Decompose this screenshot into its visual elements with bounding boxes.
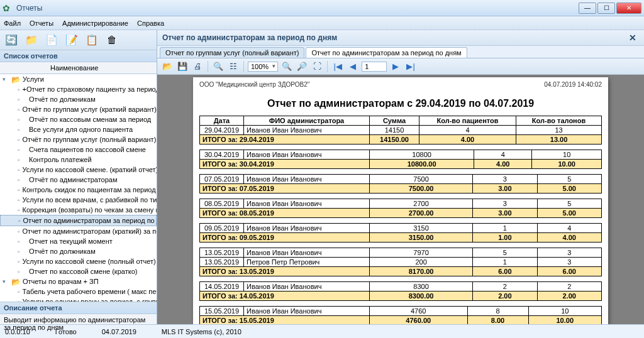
report-subtable: 30.04.2019Иванов Иван Иванович10800410ИТ… [199, 150, 602, 169]
doc-icon: ▫ [18, 268, 26, 275]
first-page-icon[interactable]: |◀ [331, 60, 344, 73]
status-date: 04.07.2019 [102, 328, 136, 335]
doc-icon: ▫ [18, 237, 26, 245]
description-title: Описание отчета [0, 302, 157, 314]
tree-item[interactable]: ▫Отчёт по кассовым сменам за период [0, 114, 157, 124]
zoom-select[interactable]: 100% [248, 62, 278, 72]
table-row: 13.05.2019Петров Петр Петрович20013 [200, 258, 602, 267]
report-subtable: 09.05.2019Иванов Иван Иванович315014ИТОГ… [199, 223, 602, 243]
report-tabs: Отчет по группам услуг (полный вариант)О… [157, 46, 644, 58]
table-row: 07.05.2019Иванов Иван Иванович750035 [200, 175, 602, 184]
report-pane: Отчет по администраторам за период по дн… [157, 30, 644, 324]
save-icon[interactable]: 💾 [176, 60, 189, 73]
table-row: 09.05.2019Иванов Иван Иванович315014 [200, 224, 602, 233]
description-body: Выводит информацию по администраторам за… [0, 314, 157, 324]
tree-icon[interactable]: ☷ [227, 60, 240, 73]
doc-icon: ▫ [18, 176, 26, 183]
total-row: ИТОГО за: 07.05.20197500.003.005.00 [200, 184, 602, 194]
tree-label: Отчёт по должникам [29, 247, 96, 256]
last-page-icon[interactable]: ▶| [404, 60, 417, 73]
doc-icon: ▫ [18, 106, 20, 113]
tree-item[interactable]: ▫Контроль скидок по пациентам за период [0, 185, 157, 195]
doc-icon: ▫ [18, 126, 26, 133]
folder-icon: 📂 [11, 278, 20, 285]
tree-label: Отчёт по группам услуг (полный вариант).… [23, 135, 157, 144]
tree-item[interactable]: ▫Табель учета рабочего времени ( макс пе… [0, 286, 157, 297]
open-icon[interactable]: 📂 [161, 60, 174, 73]
total-row: ИТОГО за: 30.04.201910800.004.0010.00 [200, 160, 602, 169]
tree-item[interactable]: ▫Отчет по администраторам за период по д… [0, 215, 157, 226]
report-close-icon[interactable]: ✕ [626, 33, 639, 43]
tree-item[interactable]: ▫Отчёт по должникам [0, 94, 157, 104]
report-subtable: 15.05.2019Иванов Иван Иванович4760810ИТО… [199, 306, 602, 324]
report-subtable: 08.05.2019Иванов Иван Иванович270035ИТОГ… [199, 199, 602, 218]
menu-reports[interactable]: Отчеты [30, 19, 53, 27]
delete-button[interactable]: 🗑 [103, 32, 121, 48]
left-panel: 🔄 📁 📄 📝 📋 🗑 Список отчетов Наименование … [0, 30, 157, 324]
close-button[interactable]: ✕ [616, 3, 641, 14]
tree-item[interactable]: ▫Услуги по кассовой смене. (краткий отче… [0, 165, 157, 175]
tree-item[interactable]: ▫Коррекция (возвраты) по чекам за смену … [0, 205, 157, 215]
maximize-button[interactable]: ☐ [597, 3, 615, 14]
folder-icon: 📂 [11, 75, 20, 83]
tree-item[interactable]: ▫Контроль платежей [0, 155, 157, 165]
tree-item[interactable]: ▫Отчёт по группам услуг (полный вариант)… [0, 134, 157, 144]
menubar: Файл Отчеты Администрирование Справка [0, 16, 644, 30]
doc-icon: ▫ [18, 206, 20, 214]
prev-page-icon[interactable]: ◀ [347, 60, 359, 73]
table-row: 15.05.2019Иванов Иван Иванович4760810 [200, 307, 602, 316]
tree-label: Отчёт по кассовым сменам за период [29, 115, 151, 124]
expand-icon[interactable]: ▾ [3, 277, 9, 286]
add-folder-button[interactable]: 📁 [23, 32, 40, 48]
tree-folder[interactable]: ▾📂Услуги [0, 74, 157, 84]
doc-icon: ▫ [18, 196, 20, 204]
zoom-out-icon[interactable]: 🔍 [280, 60, 293, 73]
tree-item[interactable]: ▫Отчет по администраторам (краткий) за п… [0, 226, 157, 236]
org-name: ООО "Медицинский центр ЗДОРОВ2" [199, 81, 309, 88]
menu-help[interactable]: Справка [137, 19, 164, 27]
edit-button[interactable]: 📝 [63, 32, 80, 48]
zoom-in-icon[interactable]: 🔎 [296, 60, 308, 73]
left-toolbar: 🔄 📁 📄 📝 📋 🗑 [0, 30, 157, 50]
doc-icon: ▫ [18, 217, 21, 224]
find-icon[interactable]: 🔍 [212, 60, 225, 73]
expand-icon[interactable]: ▾ [3, 75, 9, 84]
add-report-button[interactable]: 📄 [43, 32, 60, 48]
next-page-icon[interactable]: ▶ [389, 60, 402, 73]
doc-icon: ▫ [18, 136, 20, 143]
tree-folder[interactable]: ▾📂Отчеты по врачам + ЗП [0, 276, 157, 286]
status-copyright: MLS IT Systems (c), 2010 [162, 328, 242, 335]
menu-file[interactable]: Файл [4, 19, 21, 27]
total-row: ИТОГО за: 14.05.20198300.002.002.00 [200, 292, 602, 301]
report-tree[interactable]: ▾📂Услуги▫+Отчет по страховому пациенту з… [0, 74, 157, 302]
tree-item[interactable]: ▫Услуги по одному врачу за период, с гру… [0, 297, 157, 302]
minimize-button[interactable]: — [579, 3, 596, 14]
fit-icon[interactable]: ⛶ [311, 60, 323, 73]
tree-item[interactable]: ▫+Отчет по страховому пациенту за период [0, 84, 157, 94]
tree-item[interactable]: ▫Все услуги для одного пациента [0, 124, 157, 134]
refresh-button[interactable]: 🔄 [3, 32, 20, 48]
total-row: ИТОГО за: 13.05.20198170.006.006.00 [200, 267, 602, 276]
tree-item[interactable]: ▫Счета пациентов по кассовой смене [0, 144, 157, 155]
doc-icon: ▫ [18, 85, 20, 93]
tree-label: Контроль платежей [29, 155, 92, 164]
tree-label: Коррекция (возвраты) по чекам за смену п… [23, 205, 157, 214]
copy-button[interactable]: 📋 [83, 32, 101, 48]
report-viewer[interactable]: ООО "Медицинский центр ЗДОРОВ2" 04.07.20… [157, 75, 644, 324]
total-row: ИТОГО за: 29.04.201914150.004.0013.00 [200, 135, 602, 144]
tree-item[interactable]: ▫Отчёт по группам услуг (краткий вариант… [0, 104, 157, 114]
tree-item[interactable]: ▫Услуги по всем врачам, с разбивкой по т… [0, 195, 157, 205]
tree-item[interactable]: ▫Отчет по кассовой смене (кратко) [0, 266, 157, 276]
tree-item[interactable]: ▫Отчёт по администраторам [0, 175, 157, 185]
tree-item[interactable]: ▫Отчет на текущий момент [0, 236, 157, 246]
page-input[interactable]: 1 [362, 62, 387, 72]
report-tab[interactable]: Отчет по администраторам за период по дн… [306, 47, 467, 58]
th-sum: Сумма [370, 116, 419, 126]
tree-item[interactable]: ▫Отчёт по должникам [0, 246, 157, 256]
doc-icon: ▫ [18, 116, 26, 123]
report-tab[interactable]: Отчет по группам услуг (полный вариант) [160, 47, 304, 58]
tree-item[interactable]: ▫Услуги по кассовой смене (полный отчет) [0, 256, 157, 266]
print-icon[interactable]: 🖨 [191, 60, 204, 73]
menu-admin[interactable]: Администрирование [62, 19, 128, 27]
report-table-header: Дата ФИО администратора Сумма Кол-во пац… [199, 116, 602, 144]
